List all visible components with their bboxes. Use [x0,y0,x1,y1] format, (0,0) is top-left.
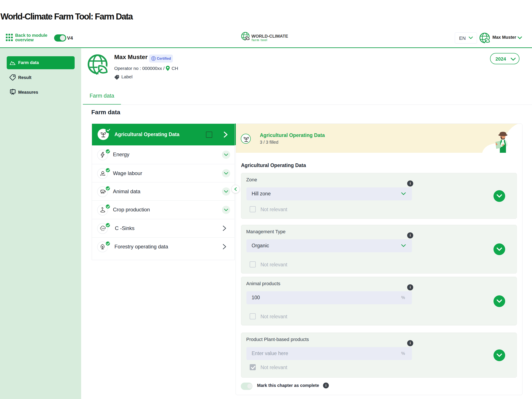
svg-text:co₂: co₂ [102,228,104,229]
